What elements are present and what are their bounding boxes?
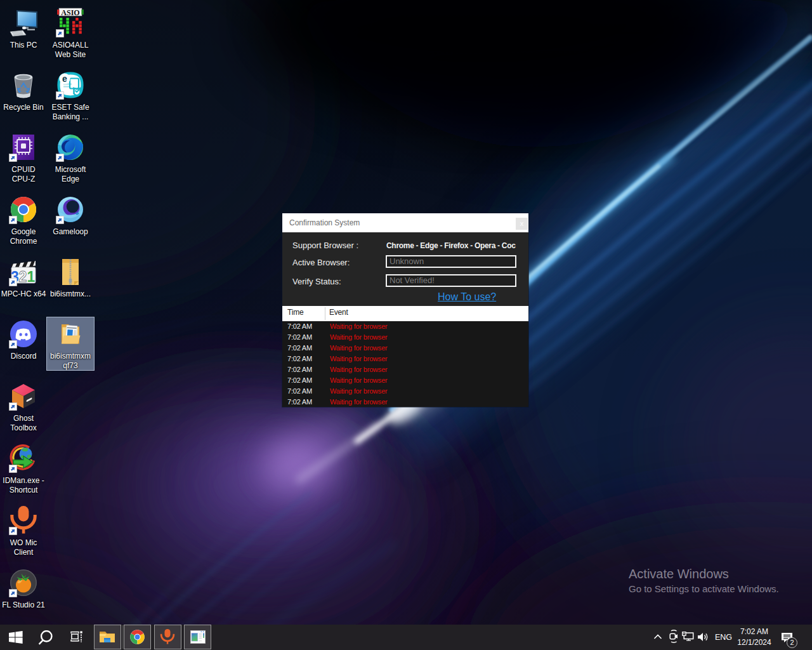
svg-text:ASIO: ASIO: [61, 8, 79, 17]
svg-text:1: 1: [27, 269, 36, 285]
svg-text:2: 2: [19, 269, 27, 285]
svg-text:e: e: [62, 74, 67, 84]
